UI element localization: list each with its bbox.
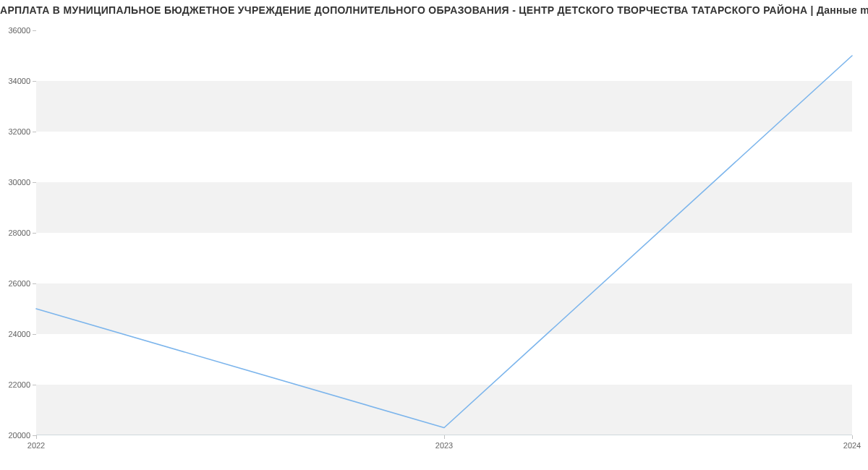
y-tick xyxy=(33,385,36,385)
y-tick-label: 36000 xyxy=(8,26,30,35)
y-tick xyxy=(33,132,36,132)
y-tick xyxy=(33,81,36,82)
x-tick-label: 2022 xyxy=(27,441,45,450)
x-tick xyxy=(852,435,853,439)
plot-area: 2000022000240002600028000300003200034000… xyxy=(36,30,852,435)
x-tick-label: 2023 xyxy=(435,441,453,450)
y-tick xyxy=(33,30,36,31)
x-tick-label: 2024 xyxy=(843,441,861,450)
chart-container: АРПЛАТА В МУНИЦИПАЛЬНОЕ БЮДЖЕТНОЕ УЧРЕЖД… xyxy=(0,0,868,470)
y-tick xyxy=(33,283,36,284)
line-svg xyxy=(36,30,852,435)
x-tick xyxy=(444,435,445,439)
x-tick xyxy=(36,435,37,439)
y-tick-label: 30000 xyxy=(8,178,30,187)
y-tick xyxy=(33,182,36,183)
y-tick xyxy=(33,334,36,335)
y-tick xyxy=(33,233,36,234)
chart-title: АРПЛАТА В МУНИЦИПАЛЬНОЕ БЮДЖЕТНОЕ УЧРЕЖД… xyxy=(0,4,868,16)
y-tick-label: 20000 xyxy=(8,431,30,440)
y-tick-label: 34000 xyxy=(8,77,30,85)
y-tick-label: 26000 xyxy=(8,279,30,288)
y-tick-label: 22000 xyxy=(8,380,30,389)
y-tick-label: 28000 xyxy=(8,228,30,237)
y-tick-label: 24000 xyxy=(8,330,30,338)
series-line xyxy=(36,56,852,428)
y-tick-label: 32000 xyxy=(8,127,30,136)
